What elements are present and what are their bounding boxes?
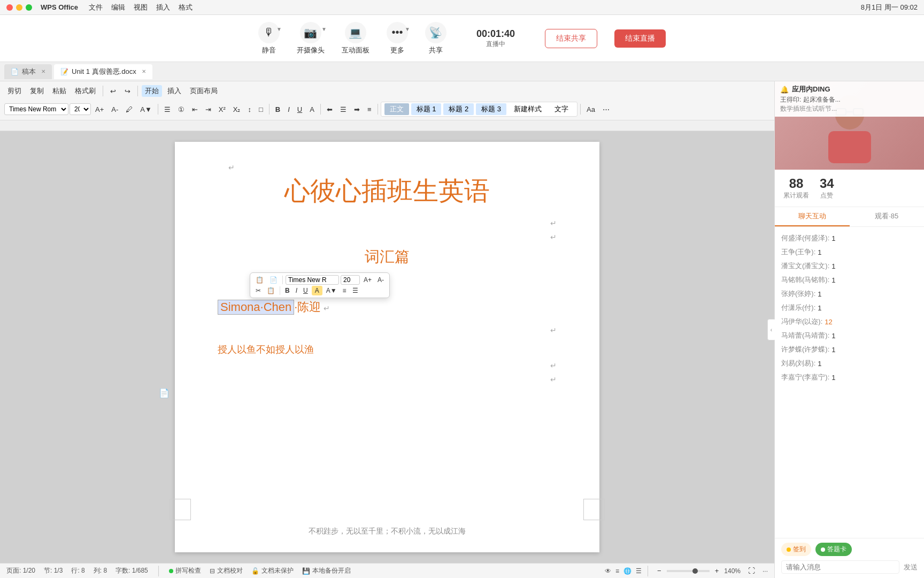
highlight-text-button[interactable]: Aa [583, 104, 598, 115]
ft-grow-btn[interactable]: A+ [361, 275, 374, 285]
maximize-dot[interactable] [26, 4, 32, 11]
numbered-list-button[interactable]: ① [175, 104, 188, 115]
menu-insert[interactable]: 插入 [156, 3, 170, 12]
redo-button[interactable]: ↪ [121, 86, 134, 96]
menu-edit[interactable]: 编辑 [111, 3, 125, 12]
selected-text[interactable]: Simona·Chen [218, 300, 294, 315]
ft-font-input[interactable] [286, 275, 339, 285]
zoom-control[interactable]: − + 140% [654, 566, 741, 576]
style-normal[interactable]: 正文 [384, 103, 409, 115]
font-grow-button[interactable]: A+ [92, 104, 107, 115]
interactive-panel-button[interactable]: 💻 互动面板 [342, 22, 369, 55]
chat-tab[interactable]: 聊天互动 [775, 207, 850, 226]
menu-file[interactable]: 文件 [89, 3, 103, 12]
panel-collapse-arrow[interactable]: ‹ [767, 319, 775, 340]
underline-button[interactable]: U [294, 104, 305, 115]
ft-shrink-btn[interactable]: A- [375, 275, 386, 285]
doc-page-wrapper[interactable]: ↵ 心彼心插班生英语 ↵ ↵ 词汇篇 Simona·Chen·陈迎 ↵ 📋 [0, 131, 774, 563]
ft-underline-btn[interactable]: U [301, 286, 310, 295]
highlight-button[interactable]: 🖊 [122, 104, 136, 115]
align-justify-button[interactable]: ≡ [364, 104, 375, 115]
subscript-button[interactable]: X₂ [230, 104, 244, 115]
font-shrink-button[interactable]: A- [108, 104, 121, 115]
font-size-selector[interactable]: 20 [70, 103, 91, 115]
zoom-in-button[interactable]: + [712, 566, 722, 576]
ft-paste-btn[interactable]: 📄 [267, 275, 280, 285]
zoom-slider[interactable] [667, 570, 710, 572]
ft-list-btn[interactable]: ☰ [350, 286, 360, 295]
ft-cut-btn[interactable]: ✂ [253, 286, 263, 295]
superscript-button[interactable]: X² [215, 104, 229, 115]
tab-unit1-close[interactable]: ✕ [142, 69, 146, 74]
cut-button[interactable]: 剪切 [4, 85, 25, 97]
indent-button[interactable]: ⇥ [202, 104, 214, 115]
text-color-button[interactable]: A▼ [137, 104, 155, 115]
paste-button[interactable]: 粘贴 [49, 85, 70, 97]
more-options[interactable]: ··· [763, 567, 768, 575]
fullscreen-button[interactable]: ⛶ [745, 566, 758, 576]
watch-tab[interactable]: 观看·85 [850, 207, 925, 226]
tab-draft-close[interactable]: ✕ [41, 69, 45, 74]
copy-button[interactable]: 复制 [27, 85, 47, 97]
menu-view[interactable]: 视图 [134, 3, 148, 12]
menu-format[interactable]: 格式 [179, 3, 192, 12]
bold-button[interactable]: B [272, 104, 283, 115]
ft-copy-btn[interactable]: 📋 [253, 275, 266, 285]
protect-item[interactable]: 🔓 文档未保护 [251, 566, 294, 575]
style-new[interactable]: 新建样式 [509, 103, 547, 115]
close-dot[interactable] [6, 4, 13, 11]
more-styles-button[interactable]: ⋯ [599, 104, 613, 115]
answer-card-button[interactable]: 答题卡 [815, 543, 852, 556]
style-h2[interactable]: 标题 2 [443, 103, 474, 115]
layout-tab[interactable]: 页面布局 [187, 85, 221, 97]
align-item[interactable]: ⊟ 文档校对 [210, 566, 243, 575]
camera-button[interactable]: 📷 开摄像头 ▼ [297, 22, 325, 55]
backup-item[interactable]: 💾 本地备份开启 [302, 566, 351, 575]
undo-button[interactable]: ↩ [107, 86, 119, 96]
view-icon3[interactable]: 🌐 [623, 567, 632, 575]
font-family-selector[interactable]: Times New Rom [4, 103, 68, 115]
view-icon1[interactable]: 👁 [605, 567, 611, 575]
doc-page[interactable]: ↵ 心彼心插班生英语 ↵ ↵ 词汇篇 Simona·Chen·陈迎 ↵ 📋 [175, 142, 599, 552]
share-button[interactable]: 📡 共享 [425, 22, 446, 55]
format-paint-button[interactable]: 格式刷 [72, 85, 99, 97]
style-h3[interactable]: 标题 3 [476, 103, 506, 115]
sign-in-button[interactable]: 签到 [781, 543, 811, 556]
view-icon2[interactable]: ≡ [615, 567, 619, 575]
mac-window-controls[interactable] [6, 4, 32, 11]
ft-italic-btn[interactable]: I [294, 286, 299, 295]
menu-bar[interactable]: 文件 编辑 视图 插入 格式 [89, 3, 192, 12]
ft-fontcolor-btn[interactable]: A▼ [324, 286, 339, 295]
mute-button[interactable]: 🎙 静音 ▼ [258, 22, 280, 55]
insert-tab[interactable]: 插入 [164, 85, 184, 97]
ft-highlight-btn[interactable]: A [312, 286, 322, 295]
minimize-dot[interactable] [16, 4, 22, 11]
align-center-button[interactable]: ☰ [337, 104, 350, 115]
border-button[interactable]: □ [256, 104, 266, 115]
outdent-button[interactable]: ⇤ [189, 104, 201, 115]
style-text[interactable]: 文字 [549, 103, 574, 115]
ft-size-input[interactable] [341, 275, 360, 285]
font-color-button[interactable]: A [306, 104, 318, 115]
italic-button[interactable]: I [284, 104, 293, 115]
start-tab[interactable]: 开始 [142, 85, 162, 97]
more-button[interactable]: ••• 更多 ▼ [387, 22, 408, 55]
ft-sep2 [280, 286, 280, 295]
ft-bold-btn[interactable]: B [283, 286, 292, 295]
line-spacing-button[interactable]: ↕ [244, 104, 255, 115]
end-share-button[interactable]: 结束共享 [545, 29, 597, 48]
end-live-button[interactable]: 结束直播 [614, 29, 666, 48]
bullet-list-button[interactable]: ☰ [161, 104, 174, 115]
align-right-button[interactable]: ➡ [351, 104, 363, 115]
view-icon4[interactable]: ☰ [636, 567, 642, 575]
spell-check-item[interactable]: 拼写检查 [169, 566, 201, 575]
style-h1[interactable]: 标题 1 [411, 103, 442, 115]
tab-unit1[interactable]: 📝 Unit 1 真假善恶.docx ✕ [54, 64, 152, 79]
chat-input[interactable] [781, 560, 899, 574]
zoom-out-button[interactable]: − [654, 566, 665, 576]
tab-draft[interactable]: 📄 稿本 ✕ [4, 64, 52, 79]
chat-send-button[interactable]: 发送 [904, 562, 918, 572]
align-left-button[interactable]: ⬅ [324, 104, 336, 115]
ft-copy2-btn[interactable]: 📋 [265, 286, 277, 295]
ft-align-btn[interactable]: ≡ [341, 286, 349, 295]
